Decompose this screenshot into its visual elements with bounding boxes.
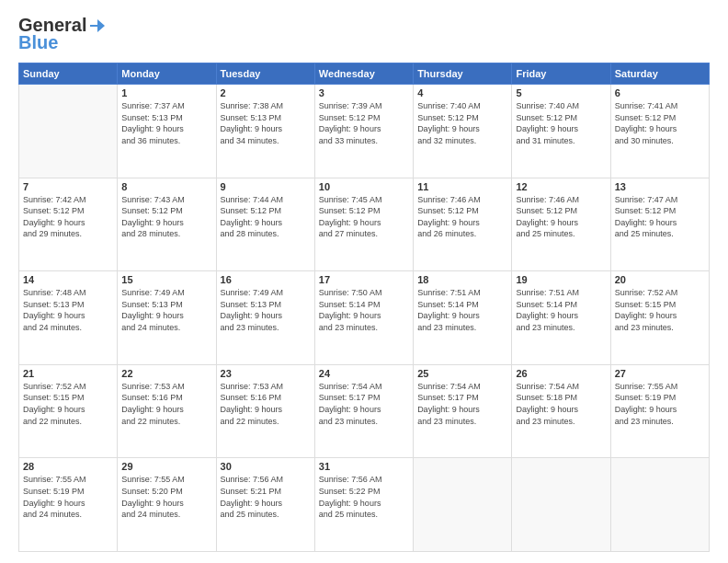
weekday-header-saturday: Saturday <box>610 63 709 85</box>
day-info: Sunrise: 7:40 AM Sunset: 5:12 PM Dayligh… <box>417 100 507 146</box>
day-cell: 23Sunrise: 7:53 AM Sunset: 5:16 PM Dayli… <box>216 364 314 458</box>
day-info: Sunrise: 7:45 AM Sunset: 5:12 PM Dayligh… <box>319 194 409 240</box>
day-info: Sunrise: 7:53 AM Sunset: 5:16 PM Dayligh… <box>221 381 311 427</box>
day-info: Sunrise: 7:48 AM Sunset: 5:13 PM Dayligh… <box>23 287 113 333</box>
day-info: Sunrise: 7:44 AM Sunset: 5:12 PM Dayligh… <box>221 194 311 240</box>
day-info: Sunrise: 7:50 AM Sunset: 5:14 PM Dayligh… <box>319 287 409 333</box>
day-cell: 12Sunrise: 7:46 AM Sunset: 5:12 PM Dayli… <box>512 178 610 271</box>
day-cell: 14Sunrise: 7:48 AM Sunset: 5:13 PM Dayli… <box>19 271 118 365</box>
day-cell: 6Sunrise: 7:41 AM Sunset: 5:12 PM Daylig… <box>610 85 709 178</box>
day-cell: 21Sunrise: 7:52 AM Sunset: 5:15 PM Dayli… <box>19 364 118 458</box>
day-info: Sunrise: 7:54 AM Sunset: 5:18 PM Dayligh… <box>516 381 606 427</box>
day-cell: 15Sunrise: 7:49 AM Sunset: 5:13 PM Dayli… <box>118 271 216 365</box>
day-cell: 13Sunrise: 7:47 AM Sunset: 5:12 PM Dayli… <box>610 178 709 271</box>
day-cell: 17Sunrise: 7:50 AM Sunset: 5:14 PM Dayli… <box>314 271 413 365</box>
day-number: 26 <box>516 368 606 379</box>
day-number: 15 <box>121 274 211 285</box>
day-cell: 30Sunrise: 7:56 AM Sunset: 5:21 PM Dayli… <box>216 458 314 552</box>
weekday-header-sunday: Sunday <box>19 63 118 85</box>
day-cell: 9Sunrise: 7:44 AM Sunset: 5:12 PM Daylig… <box>216 178 314 271</box>
logo-arrow-icon <box>88 17 105 34</box>
day-number: 12 <box>516 181 606 192</box>
day-cell: 19Sunrise: 7:51 AM Sunset: 5:14 PM Dayli… <box>512 271 610 365</box>
day-cell <box>19 85 118 178</box>
day-number: 8 <box>121 181 211 192</box>
day-number: 13 <box>615 181 705 192</box>
day-number: 30 <box>221 461 311 472</box>
day-cell: 4Sunrise: 7:40 AM Sunset: 5:12 PM Daylig… <box>414 85 512 178</box>
day-number: 4 <box>417 87 507 98</box>
day-number: 31 <box>319 461 409 472</box>
day-number: 3 <box>319 87 409 98</box>
day-cell: 22Sunrise: 7:53 AM Sunset: 5:16 PM Dayli… <box>118 364 216 458</box>
day-info: Sunrise: 7:49 AM Sunset: 5:13 PM Dayligh… <box>121 287 211 333</box>
day-info: Sunrise: 7:54 AM Sunset: 5:17 PM Dayligh… <box>417 381 507 427</box>
day-cell: 28Sunrise: 7:55 AM Sunset: 5:19 PM Dayli… <box>19 458 118 552</box>
day-number: 9 <box>221 181 311 192</box>
day-info: Sunrise: 7:42 AM Sunset: 5:12 PM Dayligh… <box>23 194 113 240</box>
day-info: Sunrise: 7:46 AM Sunset: 5:12 PM Dayligh… <box>516 194 606 240</box>
day-number: 5 <box>516 87 606 98</box>
calendar-table: SundayMondayTuesdayWednesdayThursdayFrid… <box>18 63 710 552</box>
day-number: 22 <box>121 368 211 379</box>
day-number: 24 <box>319 368 409 379</box>
day-cell: 24Sunrise: 7:54 AM Sunset: 5:17 PM Dayli… <box>314 364 413 458</box>
day-info: Sunrise: 7:49 AM Sunset: 5:13 PM Dayligh… <box>221 287 311 333</box>
day-info: Sunrise: 7:54 AM Sunset: 5:17 PM Dayligh… <box>319 381 409 427</box>
weekday-header-monday: Monday <box>118 63 216 85</box>
day-number: 28 <box>23 461 113 472</box>
day-number: 1 <box>121 87 211 98</box>
day-number: 10 <box>319 181 409 192</box>
day-info: Sunrise: 7:51 AM Sunset: 5:14 PM Dayligh… <box>516 287 606 333</box>
day-cell: 1Sunrise: 7:37 AM Sunset: 5:13 PM Daylig… <box>118 85 216 178</box>
day-number: 19 <box>516 274 606 285</box>
day-cell: 5Sunrise: 7:40 AM Sunset: 5:12 PM Daylig… <box>512 85 610 178</box>
weekday-header-tuesday: Tuesday <box>216 63 314 85</box>
header: General Blue <box>18 15 710 53</box>
day-number: 25 <box>417 368 507 379</box>
day-cell: 29Sunrise: 7:55 AM Sunset: 5:20 PM Dayli… <box>118 458 216 552</box>
day-cell: 16Sunrise: 7:49 AM Sunset: 5:13 PM Dayli… <box>216 271 314 365</box>
day-info: Sunrise: 7:37 AM Sunset: 5:13 PM Dayligh… <box>121 100 211 146</box>
day-cell: 11Sunrise: 7:46 AM Sunset: 5:12 PM Dayli… <box>414 178 512 271</box>
week-row-3: 14Sunrise: 7:48 AM Sunset: 5:13 PM Dayli… <box>19 271 710 365</box>
day-cell: 18Sunrise: 7:51 AM Sunset: 5:14 PM Dayli… <box>414 271 512 365</box>
day-cell <box>610 458 709 552</box>
day-number: 7 <box>23 181 113 192</box>
day-info: Sunrise: 7:56 AM Sunset: 5:21 PM Dayligh… <box>221 474 311 520</box>
day-cell <box>512 458 610 552</box>
day-number: 11 <box>417 181 507 192</box>
day-info: Sunrise: 7:53 AM Sunset: 5:16 PM Dayligh… <box>121 381 211 427</box>
week-row-2: 7Sunrise: 7:42 AM Sunset: 5:12 PM Daylig… <box>19 178 710 271</box>
day-cell: 10Sunrise: 7:45 AM Sunset: 5:12 PM Dayli… <box>314 178 413 271</box>
day-number: 6 <box>615 87 705 98</box>
week-row-5: 28Sunrise: 7:55 AM Sunset: 5:19 PM Dayli… <box>19 458 710 552</box>
day-cell: 27Sunrise: 7:55 AM Sunset: 5:19 PM Dayli… <box>610 364 709 458</box>
day-number: 18 <box>417 274 507 285</box>
day-number: 14 <box>23 274 113 285</box>
day-info: Sunrise: 7:43 AM Sunset: 5:12 PM Dayligh… <box>121 194 211 240</box>
day-info: Sunrise: 7:52 AM Sunset: 5:15 PM Dayligh… <box>615 287 705 333</box>
day-info: Sunrise: 7:55 AM Sunset: 5:19 PM Dayligh… <box>615 381 705 427</box>
day-number: 29 <box>121 461 211 472</box>
day-number: 27 <box>615 368 705 379</box>
day-number: 20 <box>615 274 705 285</box>
weekday-header-thursday: Thursday <box>414 63 512 85</box>
day-cell: 25Sunrise: 7:54 AM Sunset: 5:17 PM Dayli… <box>414 364 512 458</box>
day-info: Sunrise: 7:56 AM Sunset: 5:22 PM Dayligh… <box>319 474 409 520</box>
day-info: Sunrise: 7:40 AM Sunset: 5:12 PM Dayligh… <box>516 100 606 146</box>
day-info: Sunrise: 7:55 AM Sunset: 5:20 PM Dayligh… <box>121 474 211 520</box>
day-cell: 20Sunrise: 7:52 AM Sunset: 5:15 PM Dayli… <box>610 271 709 365</box>
day-cell: 31Sunrise: 7:56 AM Sunset: 5:22 PM Dayli… <box>314 458 413 552</box>
day-info: Sunrise: 7:52 AM Sunset: 5:15 PM Dayligh… <box>23 381 113 427</box>
day-info: Sunrise: 7:55 AM Sunset: 5:19 PM Dayligh… <box>23 474 113 520</box>
day-info: Sunrise: 7:39 AM Sunset: 5:12 PM Dayligh… <box>319 100 409 146</box>
logo: General Blue <box>18 15 105 53</box>
day-cell: 3Sunrise: 7:39 AM Sunset: 5:12 PM Daylig… <box>314 85 413 178</box>
day-number: 23 <box>221 368 311 379</box>
svg-marker-1 <box>90 19 105 32</box>
day-info: Sunrise: 7:38 AM Sunset: 5:13 PM Dayligh… <box>221 100 311 146</box>
day-cell: 7Sunrise: 7:42 AM Sunset: 5:12 PM Daylig… <box>19 178 118 271</box>
week-row-1: 1Sunrise: 7:37 AM Sunset: 5:13 PM Daylig… <box>19 85 710 178</box>
day-info: Sunrise: 7:47 AM Sunset: 5:12 PM Dayligh… <box>615 194 705 240</box>
